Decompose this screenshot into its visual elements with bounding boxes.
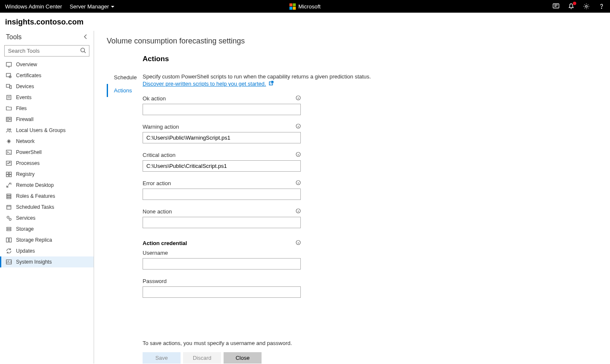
- info-icon[interactable]: [296, 180, 301, 186]
- feedback-icon[interactable]: [553, 3, 559, 10]
- close-button[interactable]: Close: [224, 352, 262, 364]
- password-label: Password: [143, 278, 167, 284]
- events-icon: [6, 94, 12, 100]
- password-input[interactable]: [143, 286, 301, 298]
- files-icon: [6, 105, 12, 111]
- server-manager-dropdown[interactable]: Server Manager: [70, 3, 114, 10]
- svg-rect-25: [7, 227, 11, 229]
- save-button[interactable]: Save: [143, 352, 181, 364]
- svg-rect-10: [6, 117, 11, 121]
- sidebar-item-registry[interactable]: Registry: [0, 169, 94, 180]
- sidebar-item-files[interactable]: Files: [0, 103, 94, 114]
- sidebar-item-system-insights[interactable]: System Insights: [0, 256, 94, 267]
- tool-list: Overview Certificates Devices Events Fil…: [0, 59, 94, 267]
- none-action-input[interactable]: [143, 217, 301, 228]
- settings-icon[interactable]: [583, 3, 590, 10]
- sidebar-item-remote-desktop[interactable]: Remote Desktop: [0, 180, 94, 191]
- search-icon: [80, 47, 86, 54]
- panel-heading: Actions: [143, 55, 463, 63]
- roles-icon: [6, 193, 12, 199]
- brand-text: Microsoft: [298, 3, 321, 10]
- header-right: [553, 3, 605, 10]
- app-name[interactable]: Windows Admin Center: [5, 3, 62, 10]
- powershell-icon: [6, 149, 12, 155]
- svg-point-3: [81, 48, 85, 52]
- svg-rect-15: [6, 172, 8, 174]
- svg-rect-4: [6, 62, 11, 66]
- chevron-down-icon: [111, 6, 114, 8]
- notifications-icon[interactable]: [568, 3, 575, 10]
- content-area: Volume consumption forecasting settings …: [94, 31, 610, 364]
- warning-action-input[interactable]: [143, 132, 301, 143]
- actions-panel: Actions Specify custom PowerShell script…: [143, 55, 463, 364]
- sidebar-item-processes[interactable]: Processes: [0, 158, 94, 169]
- info-icon[interactable]: [296, 240, 301, 246]
- svg-rect-0: [553, 4, 559, 8]
- tab-actions[interactable]: Actions: [107, 84, 143, 97]
- sidebar-item-overview[interactable]: Overview: [0, 59, 94, 70]
- svg-rect-8: [10, 86, 11, 89]
- microsoft-logo-icon: [289, 3, 296, 10]
- sidebar-item-storage-replica[interactable]: Storage Replica: [0, 235, 94, 245]
- svg-rect-17: [6, 175, 8, 177]
- svg-rect-5: [6, 73, 11, 77]
- critical-action-label: Critical action: [143, 152, 175, 158]
- ok-action-input[interactable]: [143, 104, 301, 115]
- remote-desktop-icon: [6, 182, 12, 188]
- collapse-sidebar-icon[interactable]: [84, 34, 88, 40]
- info-icon[interactable]: [296, 124, 301, 130]
- sidebar-item-certificates[interactable]: Certificates: [0, 70, 94, 81]
- info-icon[interactable]: [296, 152, 301, 158]
- svg-rect-16: [9, 172, 11, 174]
- header-brand: Microsoft: [289, 3, 321, 10]
- sidebar-title: Tools: [6, 33, 22, 41]
- page-title: Volume consumption forecasting settings: [107, 37, 597, 46]
- info-icon[interactable]: [296, 95, 301, 102]
- settings-nav: Schedule Actions: [107, 55, 143, 364]
- credential-heading: Action credential: [143, 240, 187, 246]
- devices-icon: [6, 84, 12, 89]
- processes-icon: [6, 160, 12, 166]
- external-link-icon: [269, 81, 274, 87]
- services-icon: [6, 215, 12, 221]
- dropdown-label: Server Manager: [70, 3, 109, 10]
- overview-icon: [6, 62, 12, 67]
- svg-rect-26: [7, 229, 11, 231]
- username-input[interactable]: [143, 258, 301, 270]
- ok-action-label: Ok action: [143, 95, 166, 102]
- sidebar-item-network[interactable]: Network: [0, 136, 94, 147]
- svg-rect-19: [7, 194, 11, 195]
- svg-point-2: [601, 8, 602, 8]
- discover-scripts-link[interactable]: Discover pre-written scripts to help you…: [143, 81, 274, 87]
- svg-rect-7: [6, 84, 10, 87]
- header-left: Windows Admin Center Server Manager: [5, 3, 114, 10]
- sidebar-item-storage[interactable]: Storage: [0, 224, 94, 235]
- error-action-input[interactable]: [143, 189, 301, 200]
- tab-schedule[interactable]: Schedule: [107, 71, 143, 84]
- discard-button[interactable]: Discard: [183, 352, 221, 364]
- sidebar-item-users[interactable]: Local Users & Groups: [0, 125, 94, 136]
- firewall-icon: [6, 116, 12, 122]
- search-tools-input[interactable]: [4, 45, 89, 57]
- registry-icon: [6, 171, 12, 177]
- sidebar-item-scheduled-tasks[interactable]: Scheduled Tasks: [0, 202, 94, 213]
- sidebar-item-updates[interactable]: Updates: [0, 245, 94, 256]
- notification-badge: [573, 2, 576, 5]
- sidebar-item-firewall[interactable]: Firewall: [0, 114, 94, 125]
- sidebar-item-devices[interactable]: Devices: [0, 81, 94, 92]
- certificates-icon: [6, 73, 12, 78]
- help-icon[interactable]: [598, 3, 605, 10]
- users-icon: [6, 127, 12, 133]
- critical-action-input[interactable]: [143, 160, 301, 172]
- search-tools-box: [4, 45, 89, 57]
- svg-point-1: [586, 5, 587, 7]
- tools-sidebar: Tools Overview Certificates Devices Even…: [0, 31, 94, 364]
- footer-note: To save actions, you must specify a user…: [143, 340, 463, 346]
- sidebar-item-roles[interactable]: Roles & Features: [0, 191, 94, 202]
- sidebar-item-services[interactable]: Services: [0, 213, 94, 224]
- sidebar-item-powershell[interactable]: PowerShell: [0, 147, 94, 158]
- sidebar-item-events[interactable]: Events: [0, 92, 94, 103]
- panel-description: Specify custom PowerShell scripts to run…: [143, 73, 463, 80]
- storage-replica-icon: [6, 237, 12, 243]
- info-icon[interactable]: [296, 208, 301, 215]
